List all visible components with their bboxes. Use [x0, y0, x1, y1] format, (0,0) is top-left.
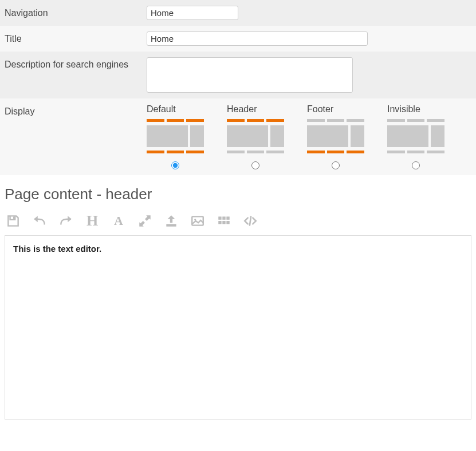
svg-rect-8	[222, 221, 225, 224]
display-options: Default Header Footer	[147, 104, 444, 169]
row-display: Display Default Header Footer	[0, 98, 476, 175]
image-icon[interactable]	[189, 212, 206, 230]
upload-icon[interactable]	[163, 212, 180, 230]
display-thumb-default	[147, 119, 204, 153]
display-option-invisible[interactable]: Invisible	[387, 104, 444, 169]
editor-toolbar: H A	[0, 209, 476, 235]
editor-frame: This is the text editor.	[5, 235, 471, 420]
display-option-invisible-label: Invisible	[387, 104, 420, 114]
svg-rect-0	[13, 216, 14, 219]
svg-rect-1	[166, 224, 176, 226]
display-radio-footer[interactable]	[332, 161, 340, 169]
editor-content[interactable]: This is the text editor.	[13, 244, 463, 411]
display-option-default-label: Default	[147, 104, 176, 114]
display-label: Display	[5, 104, 147, 117]
display-radio-default[interactable]	[171, 161, 179, 169]
svg-rect-9	[226, 221, 229, 224]
display-option-default[interactable]: Default	[147, 104, 204, 169]
display-option-header-label: Header	[227, 104, 257, 114]
title-label: Title	[5, 31, 147, 44]
description-label: Description for search engines	[5, 57, 147, 70]
display-option-footer-label: Footer	[307, 104, 333, 114]
display-radio-header[interactable]	[251, 161, 259, 169]
save-icon[interactable]	[5, 212, 22, 230]
title-input[interactable]	[147, 31, 368, 46]
font-icon[interactable]: A	[110, 212, 127, 230]
code-icon[interactable]	[242, 212, 259, 230]
grid-icon[interactable]	[215, 212, 233, 230]
description-textarea[interactable]	[147, 57, 353, 93]
display-thumb-header	[227, 119, 284, 153]
svg-rect-7	[218, 221, 221, 224]
display-thumb-footer	[307, 119, 364, 153]
display-option-header[interactable]: Header	[227, 104, 284, 169]
undo-icon[interactable]	[31, 212, 48, 230]
svg-rect-4	[218, 216, 221, 219]
row-navigation: Navigation	[0, 0, 476, 26]
row-description: Description for search engines	[0, 52, 476, 98]
display-radio-invisible[interactable]	[412, 161, 420, 169]
svg-rect-5	[222, 216, 225, 219]
display-thumb-invisible	[387, 119, 444, 153]
section-heading: Page content - header	[0, 175, 476, 209]
expand-icon[interactable]	[136, 212, 154, 230]
svg-rect-6	[226, 216, 229, 219]
navigation-label: Navigation	[5, 6, 147, 18]
row-title: Title	[0, 26, 476, 52]
navigation-input[interactable]	[147, 6, 238, 20]
display-option-footer[interactable]: Footer	[307, 104, 364, 169]
heading-icon[interactable]: H	[84, 212, 101, 230]
redo-icon[interactable]	[57, 212, 74, 230]
